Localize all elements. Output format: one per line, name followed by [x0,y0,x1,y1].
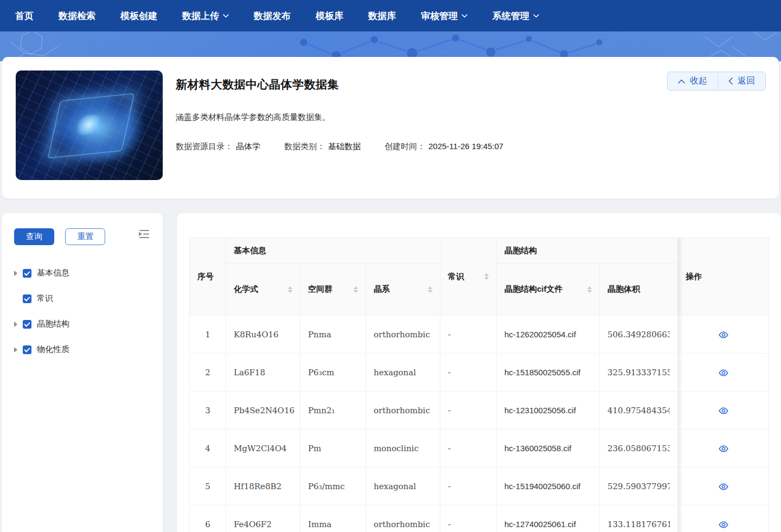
meta-label: 数据类别： [284,142,325,152]
cell-cif-file: hc-151940025060.cif [497,467,600,505]
cell-actions [678,430,769,467]
nav-item-database[interactable]: 数据库 [368,10,396,22]
eye-icon[interactable] [719,521,728,529]
eye-icon[interactable] [719,483,728,491]
column-header-cif-file[interactable]: 晶胞结构cif文件 [497,264,600,316]
cell-space-group: P6₃cm [300,354,366,392]
cell-common: - [440,392,497,430]
nav-item-template-library[interactable]: 模板库 [316,10,343,22]
chevron-left-icon [728,78,733,85]
cell-volume: 529.590377997972 [600,467,678,505]
tree-item-common-sense: 常识 [14,293,152,304]
column-group-basic-info: 基本信息 [226,238,440,264]
nav-item-label: 数据检索 [59,10,95,22]
cell-volume: 410.97548435444 [600,392,678,430]
sort-carets-icon[interactable] [587,286,592,293]
column-group-cell-structure: 晶胞结构 [497,238,678,264]
checkbox-checked[interactable] [23,269,31,278]
collapse-button[interactable]: 收起 [668,72,718,90]
checkbox-checked[interactable] [23,345,31,354]
cell-crystal-system: monoclinic [366,430,440,467]
meta-value: 基础数据 [328,142,361,152]
cell-volume: 133.118176761468 [600,505,678,532]
cell-space-group: Pm [300,430,366,467]
cell-volume: 325.913337155008 [600,354,678,392]
nav-item-home[interactable]: 首页 [15,10,34,22]
table-row: 4 MgW2Cl4O4 Pm monoclinic - hc-136002505… [190,430,769,467]
nav-item-system-management[interactable]: 系统管理 [492,10,539,22]
tree-item-label: 基本信息 [37,268,69,278]
cell-crystal-system: hexagonal [366,467,440,505]
sort-carets-icon[interactable] [428,286,432,293]
column-header-actions: 操作 [678,238,769,316]
column-header-cell-volume: 晶胞体积 [600,264,678,316]
cell-actions [678,316,769,354]
cell-actions [678,505,769,532]
cell-seq: 1 [190,316,226,354]
back-button[interactable]: 返回 [718,72,765,90]
column-header-seq: 序号 [190,238,226,316]
table-row: 1 K8Ru4O16 Pnma orthorhombic - hc-126200… [190,316,769,354]
cell-volume: 506.349280663369 [600,316,678,354]
cell-cif-file: hc-12620025054.cif [497,316,600,354]
nav-item-data-upload[interactable]: 数据上传 [182,10,229,22]
cell-formula: Pb4Se2N4O16 [226,392,300,430]
cell-formula: MgW2Cl4O4 [226,430,300,467]
data-table: 序号 基本信息 常识 晶胞结构 操作 化学式 [189,238,769,532]
cell-formula: Hf18Re8B2 [226,467,300,505]
cell-crystal-system: orthorhombic [366,316,440,354]
menu-fold-icon[interactable] [138,229,150,241]
checkbox-checked[interactable] [23,294,31,303]
table-row: 2 La6F18 P6₃cm hexagonal - hc-1518500250… [190,354,769,392]
cell-actions [678,467,769,505]
meta-item-data-category: 数据类别： 基础数据 [284,142,361,152]
caret-right-icon[interactable] [14,322,17,327]
column-header-formula[interactable]: 化学式 [226,264,300,316]
cell-formula: La6F18 [226,354,300,392]
chevron-up-icon [678,79,685,84]
back-button-label: 返回 [738,75,755,87]
column-header-label: 常识 [448,272,464,282]
meta-label: 创建时间： [385,142,425,152]
nav-item-audit-management[interactable]: 审核管理 [421,10,468,22]
table-panel: 序号 基本信息 常识 晶胞结构 操作 化学式 [177,213,781,532]
nav-item-label: 数据库 [368,10,396,22]
nav-item-label: 审核管理 [421,10,458,22]
eye-icon[interactable] [719,331,728,339]
column-header-space-group[interactable]: 空间群 [300,264,366,316]
caret-right-icon[interactable] [14,271,17,276]
cell-volume: 236.058067153956 [600,430,678,467]
cell-common: - [440,316,497,354]
query-button[interactable]: 查询 [14,228,54,245]
column-header-label: 晶系 [374,284,390,294]
sort-carets-icon[interactable] [354,286,358,293]
eye-icon[interactable] [719,445,728,453]
nav-item-data-search[interactable]: 数据检索 [59,10,95,22]
sort-carets-icon[interactable] [484,273,489,280]
cell-common: - [440,505,497,532]
eye-icon[interactable] [719,407,728,415]
cell-formula: Fe4O6F2 [226,505,300,532]
eye-icon[interactable] [719,369,728,377]
nav-item-data-publish[interactable]: 数据发布 [254,10,291,22]
dataset-thumbnail [16,70,163,180]
checkbox-checked[interactable] [23,320,31,329]
table-row: 5 Hf18Re8B2 P6₃/mmc hexagonal - hc-15194… [190,467,769,505]
column-header-common[interactable]: 常识 [440,238,497,316]
nav-item-label: 数据发布 [254,10,291,22]
cell-cif-file: hc-1360025058.cif [497,430,600,467]
column-header-crystal-system[interactable]: 晶系 [366,264,440,316]
reset-button[interactable]: 重置 [65,228,105,245]
cell-space-group: Pmn2₁ [300,392,366,430]
cell-formula: K8Ru4O16 [226,316,300,354]
cell-space-group: Imma [300,505,366,532]
meta-value: 晶体学 [236,142,260,152]
nav-item-label: 数据上传 [182,10,219,22]
nav-item-template-create[interactable]: 模板创建 [120,10,157,22]
tree-item-physchem-properties: 物化性质 [14,344,152,355]
filter-tree: 基本信息 常识 晶胞结构 物化性质 [14,268,152,355]
caret-right-icon[interactable] [14,347,17,352]
banner-actions: 收起 返回 [667,72,766,91]
sort-carets-icon[interactable] [288,286,292,293]
tree-item-label: 晶胞结构 [37,319,69,329]
